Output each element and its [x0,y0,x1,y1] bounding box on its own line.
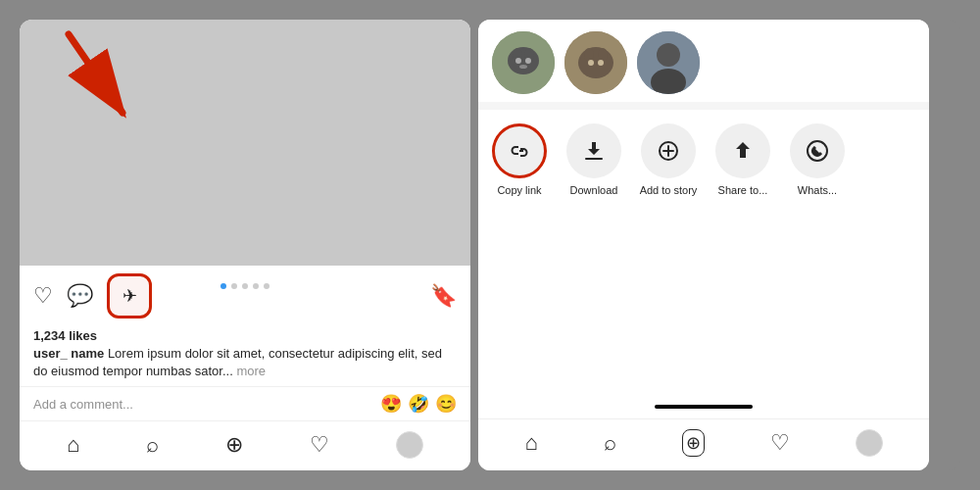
post-caption: user_ name Lorem ipsum dolor sit amet, c… [33,345,457,380]
bookmark-icon[interactable]: 🔖 [430,283,457,309]
post-actions-bar: ♡ 💬 ✈ 🔖 [20,266,470,326]
nav-heart-icon[interactable]: ♡ [310,432,329,458]
like-icon[interactable]: ♡ [33,283,53,309]
link-icon [506,137,533,165]
carousel-dots [220,283,270,289]
stories-row [478,20,929,102]
share-icon: ✈ [122,285,137,307]
share-to-label: Share to... [718,184,768,196]
caption-username[interactable]: user_ name [33,346,104,361]
right-nav-add-icon[interactable]: ⊕ [682,429,705,457]
home-indicator-area [478,405,929,418]
share-to-icon [730,138,756,164]
cat-image-1 [492,31,555,94]
red-arrow-indicator [39,24,157,162]
nav-profile-avatar[interactable] [396,431,423,459]
right-panel: Copy link Download [478,20,929,470]
svg-point-12 [598,48,608,62]
right-nav-heart-icon[interactable]: ♡ [770,430,790,456]
story-avatar-3[interactable] [637,31,700,94]
share-button-highlighted[interactable]: ✈ [107,273,152,318]
svg-point-6 [515,58,521,64]
svg-point-16 [657,43,680,67]
screenshot-container: ♡ 💬 ✈ 🔖 1,234 likes user_ name Lorem ips… [20,20,960,470]
home-indicator [655,405,753,409]
add-to-story-option[interactable]: Add to story [637,123,700,196]
dot-4 [253,283,259,289]
right-nav-search-icon[interactable]: ⌕ [604,430,616,456]
share-sheet: Copy link Download [478,110,929,405]
add-to-story-label: Add to story [640,184,698,196]
story-avatar-1[interactable] [492,31,555,94]
share-to-option[interactable]: Share to... [711,123,774,196]
comment-emojis: 😍 🤣 😊 [380,393,457,415]
share-to-icon-circle [715,123,770,178]
svg-point-13 [588,60,594,66]
svg-point-14 [598,60,604,66]
left-panel: ♡ 💬 ✈ 🔖 1,234 likes user_ name Lorem ips… [20,20,470,470]
download-icon-circle [566,123,621,178]
whatsapp-icon-circle [790,123,845,178]
right-nav-home-icon[interactable]: ⌂ [524,430,537,456]
nav-add-icon[interactable]: ⊕ [225,432,243,458]
add-to-story-icon-circle [641,123,696,178]
comment-icon[interactable]: 💬 [67,283,93,309]
nav-search-icon[interactable]: ⌕ [146,432,159,458]
cat-image-2 [564,31,627,94]
svg-point-10 [578,47,613,78]
share-options-row: Copy link Download [488,123,919,196]
copy-link-icon-circle [492,123,547,178]
svg-point-11 [584,48,594,62]
whatsapp-label: Whats... [798,184,837,196]
comment-area[interactable]: Add a comment... 😍 🤣 😊 [20,386,470,420]
dot-3 [242,283,248,289]
whatsapp-option[interactable]: Whats... [786,123,849,196]
left-nav-bar: ⌂ ⌕ ⊕ ♡ [20,420,470,470]
copy-link-option[interactable]: Copy link [488,123,551,196]
svg-rect-18 [585,158,603,160]
download-icon [581,138,607,164]
download-label: Download [570,184,618,196]
person-image [637,31,700,94]
download-option[interactable]: Download [563,123,625,196]
whatsapp-icon [805,138,830,164]
post-info: 1,234 likes user_ name Lorem ipsum dolor… [20,326,470,386]
svg-line-1 [69,34,122,113]
dot-2 [231,283,237,289]
likes-count: 1,234 likes [33,328,457,343]
svg-point-8 [519,65,527,69]
story-avatar-2[interactable] [564,31,627,94]
actions-left: ♡ 💬 ✈ [33,273,152,318]
emoji-3: 😊 [435,393,457,415]
svg-point-7 [525,58,531,64]
copy-link-label: Copy link [497,184,541,196]
emoji-2: 🤣 [408,393,429,415]
emoji-1: 😍 [380,393,402,415]
dot-5 [264,283,270,289]
more-label[interactable]: more [236,364,266,378]
right-nav-bar: ⌂ ⌕ ⊕ ♡ [478,418,929,470]
svg-point-3 [508,47,539,74]
nav-home-icon[interactable]: ⌂ [67,432,79,458]
dot-1 [220,283,226,289]
comment-placeholder: Add a comment... [33,397,380,412]
right-nav-profile-avatar[interactable] [856,429,883,457]
add-story-icon [656,138,681,164]
